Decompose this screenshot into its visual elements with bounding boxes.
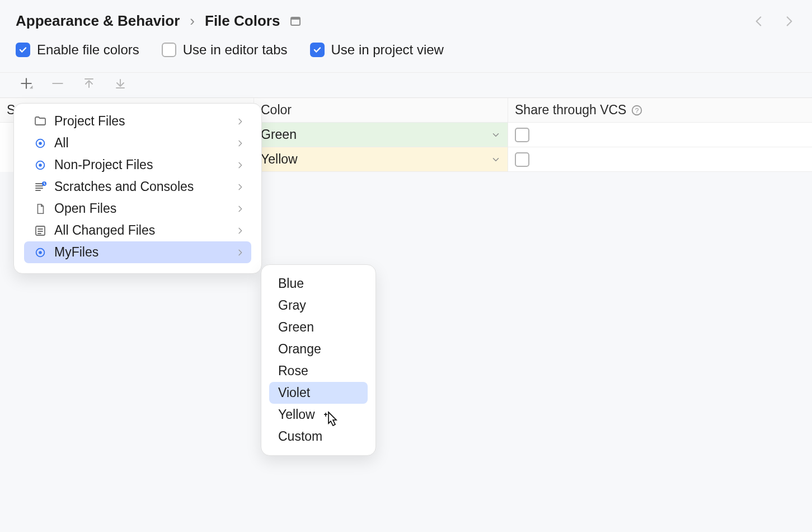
checkbox-icon[interactable] (515, 128, 529, 142)
menu-item-label: MyFiles (54, 245, 98, 260)
target-icon (33, 158, 48, 172)
menu-item-label: Blue (278, 276, 304, 291)
col-header-color: Color (254, 98, 508, 123)
menu-item-label: Open Files (54, 201, 116, 216)
chevron-right-icon (236, 183, 245, 192)
remove-button[interactable] (49, 75, 66, 92)
menu-item-label: Custom (278, 429, 322, 444)
scope-popup: Project FilesAllNon-Project FilesScratch… (13, 103, 262, 274)
svg-point-5 (39, 142, 42, 145)
chevron-right-icon (236, 139, 245, 148)
menu-item-label: All (54, 136, 69, 151)
menu-item-label: Scratches and Consoles (54, 179, 194, 194)
menu-item-label: Project Files (54, 114, 125, 129)
move-down-button[interactable] (112, 75, 129, 92)
chevron-right-icon (236, 161, 245, 170)
checkbox-icon (310, 43, 325, 57)
folder-icon (33, 114, 48, 129)
color-menu-item[interactable]: Yellow (269, 404, 368, 426)
svg-text:?: ? (635, 106, 639, 114)
chevron-right-icon (236, 248, 245, 257)
target-icon (33, 136, 48, 151)
changed-icon (33, 223, 48, 238)
color-cell[interactable]: Green (254, 123, 508, 147)
add-button[interactable] (18, 75, 35, 92)
scope-menu-item[interactable]: All Changed Files (24, 220, 251, 241)
color-menu-item[interactable]: Blue (269, 273, 368, 295)
svg-point-11 (39, 251, 42, 254)
breadcrumb-parent[interactable]: Appearance & Behavior (16, 12, 180, 30)
menu-item-label: All Changed Files (54, 223, 155, 238)
chevron-right-icon (236, 226, 245, 235)
color-menu-item[interactable]: Custom (269, 426, 368, 447)
chevron-down-icon (491, 130, 501, 140)
chevron-down-icon (491, 155, 501, 165)
breadcrumb-current: File Colors (205, 12, 280, 30)
use-in-editor-tabs-checkbox[interactable]: Use in editor tabs (162, 42, 288, 58)
scope-menu-item[interactable]: Project Files (24, 110, 251, 132)
options-row: Enable file colors Use in editor tabs Us… (0, 42, 812, 72)
scratch-icon (33, 180, 48, 194)
menu-item-label: Green (278, 320, 314, 334)
color-menu-item[interactable]: Rose (269, 360, 368, 382)
checkbox-label: Use in editor tabs (183, 42, 288, 58)
menu-item-label: Rose (278, 363, 308, 378)
checkbox-label: Enable file colors (37, 42, 139, 58)
checkbox-icon[interactable] (515, 152, 529, 167)
nav-back-button[interactable] (752, 14, 766, 29)
chevron-right-icon (236, 117, 245, 126)
svg-rect-1 (291, 17, 300, 20)
nav-forward-button[interactable] (782, 14, 796, 29)
menu-item-label: Violet (278, 385, 310, 400)
chevron-right-icon (236, 204, 245, 213)
color-menu-item[interactable]: Orange (269, 338, 368, 360)
menu-item-label: Non-Project Files (54, 157, 153, 172)
color-cell[interactable]: Yellow (254, 147, 508, 172)
share-cell[interactable] (508, 123, 812, 147)
scope-menu-item[interactable]: All (24, 132, 251, 154)
window-icon (290, 16, 301, 27)
file-icon (33, 202, 48, 216)
share-cell[interactable] (508, 147, 812, 172)
checkbox-icon (162, 43, 176, 57)
use-in-project-view-checkbox[interactable]: Use in project view (310, 42, 444, 58)
scope-menu-item[interactable]: Non-Project Files (24, 154, 251, 176)
menu-item-label: Yellow (278, 407, 315, 422)
checkbox-label: Use in project view (331, 42, 444, 58)
menu-item-label: Gray (278, 298, 306, 312)
help-icon[interactable]: ? (631, 104, 643, 116)
svg-point-7 (39, 164, 42, 167)
breadcrumb-separator: › (190, 12, 195, 30)
col-header-share: Share through VCS ? (508, 98, 812, 123)
move-up-button[interactable] (81, 75, 97, 92)
target-icon (33, 245, 48, 260)
scope-menu-item[interactable]: Scratches and Consoles (24, 176, 251, 198)
scope-menu-item[interactable]: MyFiles (24, 241, 251, 263)
list-toolbar (0, 72, 812, 97)
menu-item-label: Orange (278, 342, 321, 356)
color-menu-item[interactable]: Violet (269, 382, 368, 404)
checkbox-icon (16, 43, 30, 57)
scope-menu-item[interactable]: Open Files (24, 198, 251, 220)
color-submenu-popup: BlueGrayGreenOrangeRoseVioletYellowCusto… (261, 264, 376, 456)
settings-breadcrumb: Appearance & Behavior › File Colors (0, 0, 812, 42)
color-menu-item[interactable]: Green (269, 316, 368, 338)
enable-file-colors-checkbox[interactable]: Enable file colors (16, 42, 139, 58)
color-menu-item[interactable]: Gray (269, 295, 368, 316)
